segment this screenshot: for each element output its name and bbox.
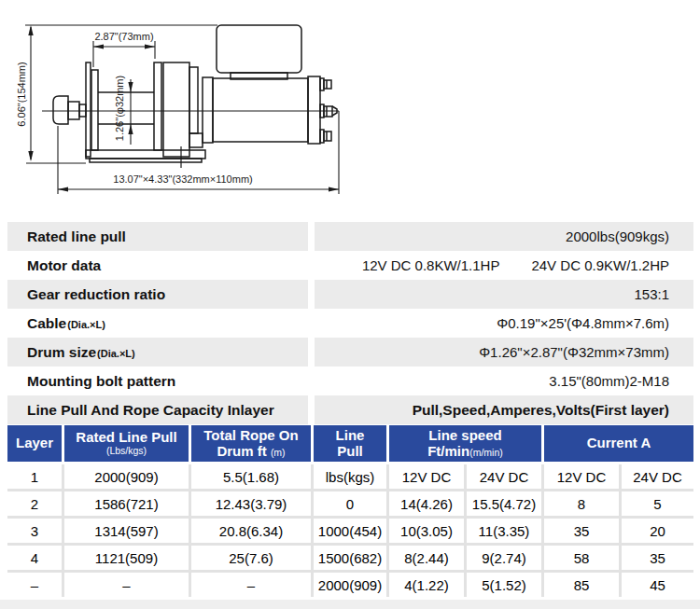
spec-row-capacity-title: Line Pull And Rope Capacity Inlayer Pull… xyxy=(7,395,693,424)
winch-side-view: 2.87"(73mm) 6.06"(154mm) 1.26"(φ32mm) 13… xyxy=(0,0,700,220)
cell-total-rope: 12.43(3.79) xyxy=(191,491,311,516)
spec-label-text: Rated line pull xyxy=(27,228,126,245)
drum-left-flange xyxy=(91,70,98,150)
cell-current-12v: 85 xyxy=(544,573,619,597)
cell-layer: 3 xyxy=(7,519,62,543)
spec-value: 3.15"(80mm)2-M18 xyxy=(315,367,693,395)
cell-current-24v: 45 xyxy=(622,573,693,597)
drum-right-flange xyxy=(154,62,161,150)
control-box xyxy=(217,25,301,73)
spec-label-text: Line Pull And Rope Capacity Inlayer xyxy=(27,402,274,419)
spec-value: 2000lbs(909kgs) xyxy=(315,222,693,251)
gearbox xyxy=(163,62,189,157)
spec-label: Motor data xyxy=(7,251,308,280)
footer-strip xyxy=(0,600,700,609)
spec-label-text: Drum size xyxy=(27,344,96,361)
spec-value-24v: 24V DC 0.9KW/1.2HP xyxy=(531,257,669,273)
mounting-bracket xyxy=(86,62,91,157)
cell-layer: – xyxy=(7,573,62,597)
dimension-lines xyxy=(25,25,339,194)
motor-body xyxy=(213,78,308,142)
dim-overall-size-label: 13.07"×4.33"(332mm×110mm) xyxy=(113,173,252,185)
header-rated-line-pull: Rated Line Pull (Lbs/kgs) xyxy=(64,425,189,462)
cell-speed-12v: 8(2.44) xyxy=(389,546,464,570)
cell-line-pull: 1000(454) xyxy=(314,519,386,543)
cell-line-pull-unit: lbs(kgs) xyxy=(314,464,386,489)
header-total-rope: Total Rope On Drum ft (m) xyxy=(191,425,311,462)
cell-rated-pull: – xyxy=(64,573,189,597)
spec-value: 12V DC 0.8KW/1.1HP 24V DC 0.9KW/1.2HP xyxy=(315,251,693,280)
spec-value-text: 153:1 xyxy=(634,286,669,302)
dim-drum-width-label: 2.87"(73mm) xyxy=(94,31,153,42)
spec-value: 153:1 xyxy=(315,280,693,309)
cell-line-pull: 2000(909) xyxy=(314,573,386,597)
cell-current-12v: 58 xyxy=(544,546,619,570)
cell-speed-24v: 15.5(4.72) xyxy=(467,491,541,516)
cell-layer: 2 xyxy=(7,491,62,516)
cell-speed-24v: 5(1.52) xyxy=(467,573,541,597)
spec-label: Gear reduction ratio xyxy=(7,280,308,309)
header-line-pull: Line Pull xyxy=(314,425,386,462)
cell-layer: 4 xyxy=(7,546,62,570)
cell-speed-12v-label: 12V DC xyxy=(389,464,464,489)
spec-value: Φ1.26"×2.87"(Φ32mm×73mm) xyxy=(315,338,693,367)
spec-row-drum-size: Drum size(Dia.×L) Φ1.26"×2.87"(Φ32mm×73m… xyxy=(7,338,693,367)
technical-drawing: 2.87"(73mm) 6.06"(154mm) 1.26"(φ32mm) 13… xyxy=(0,0,700,220)
cell-speed-12v: 10(3.05) xyxy=(389,519,464,543)
cell-current-12v: 8 xyxy=(544,491,619,516)
spec-value: Pull,Speed,Amperes,Volts(First layer) xyxy=(315,395,693,424)
cell-total-rope: 25(7.6) xyxy=(191,546,311,570)
spec-label: Drum size(Dia.×L) xyxy=(7,338,308,367)
cell-speed-24v: 11(3.35) xyxy=(467,519,541,543)
cell-layer: 1 xyxy=(7,464,62,489)
cell-rated-pull: 1121(509) xyxy=(64,546,189,570)
cell-current-24v: 5 xyxy=(622,491,693,516)
header-layer: Layer xyxy=(7,425,62,462)
cell-total-rope: 20.8(6.34) xyxy=(191,519,311,543)
cell-current-24v: 35 xyxy=(622,546,693,570)
header-line-speed: Line speed Ft/min(m/min) xyxy=(389,425,541,462)
spec-row-gear-ratio: Gear reduction ratio 153:1 xyxy=(7,280,693,309)
spec-label-text: Cable xyxy=(27,315,66,332)
cell-speed-12v: 14(4.26) xyxy=(389,491,464,516)
spec-label: Mounting bolt pattern xyxy=(7,367,308,395)
spec-value-text: Pull,Speed,Amperes,Volts(First layer) xyxy=(413,402,669,419)
spec-label-text: Motor data xyxy=(27,257,101,274)
cell-rated-pull: 2000(909) xyxy=(64,464,189,489)
spec-label: Line Pull And Rope Capacity Inlayer xyxy=(7,395,308,424)
capacity-table-header: Layer Rated Line Pull (Lbs/kgs) Total Ro… xyxy=(7,425,693,462)
spec-label-text: Mounting bolt pattern xyxy=(27,373,175,390)
capacity-table: Layer Rated Line Pull (Lbs/kgs) Total Ro… xyxy=(7,425,693,597)
spec-label: Cable(Dia.×L) xyxy=(7,309,308,338)
cell-line-pull: 1500(682) xyxy=(314,546,386,570)
spec-list: Rated line pull 2000lbs(909kgs) Motor da… xyxy=(7,222,693,424)
spec-value-text: Φ1.26"×2.87"(Φ32mm×73mm) xyxy=(479,344,669,360)
cell-rated-pull: 1586(721) xyxy=(64,491,189,516)
cell-current-24v: 20 xyxy=(622,519,693,543)
dim-overall-height-label: 6.06"(154mm) xyxy=(16,62,27,126)
motor-end-cap xyxy=(308,76,320,144)
spec-value-text: 2000lbs(909kgs) xyxy=(566,228,669,244)
cell-speed-24v-label: 24V DC xyxy=(467,464,541,489)
cell-total-rope: – xyxy=(191,573,311,597)
cell-speed-24v: 9(2.74) xyxy=(467,546,541,570)
spec-label-sub: (Dia.×L) xyxy=(97,348,135,359)
spec-row-bolt-pattern: Mounting bolt pattern 3.15"(80mm)2-M18 xyxy=(7,367,693,395)
spec-row-cable: Cable(Dia.×L) Φ0.19"×25'(Φ4.8mm×7.6m) xyxy=(7,309,693,338)
cell-speed-12v: 4(1.22) xyxy=(389,573,464,597)
cell-line-pull: 0 xyxy=(314,491,386,516)
spec-label: Rated line pull xyxy=(7,222,308,251)
header-current: Current A xyxy=(544,425,693,462)
spec-value-text: Φ0.19"×25'(Φ4.8mm×7.6m) xyxy=(497,315,669,331)
cell-current-12v-label: 12V DC xyxy=(544,464,619,489)
cell-current-12v: 35 xyxy=(544,519,619,543)
spec-value: Φ0.19"×25'(Φ4.8mm×7.6m) xyxy=(315,309,693,338)
dim-drum-diameter-label: 1.26"(φ32mm) xyxy=(114,76,125,141)
clutch-knob xyxy=(53,96,68,124)
spec-value-text: 3.15"(80mm)2-M18 xyxy=(549,373,669,389)
cell-rated-pull: 1314(597) xyxy=(64,519,189,543)
dimension-arrows xyxy=(28,25,339,192)
spec-row-motor-data: Motor data 12V DC 0.8KW/1.1HP 24V DC 0.9… xyxy=(7,251,693,280)
spec-label-text: Gear reduction ratio xyxy=(27,286,165,303)
spec-label-sub: (Dia.×L) xyxy=(67,319,105,330)
